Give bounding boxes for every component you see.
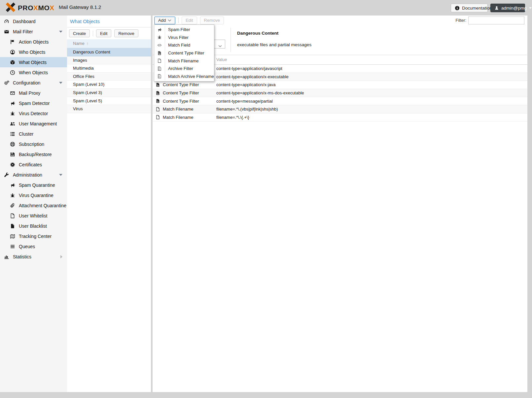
sidebar-item-dashboard[interactable]: Dashboard <box>0 16 67 26</box>
toolbar-separator <box>178 17 179 23</box>
menu-item-spam-filter[interactable]: Spam Filter <box>154 26 214 34</box>
user-menu-label: admin@pmg <box>501 6 527 11</box>
sidebar-item-cluster[interactable]: Cluster <box>0 129 67 139</box>
users-icon <box>9 121 16 126</box>
sidebar-item-virus-detector[interactable]: Virus Detector <box>0 108 67 118</box>
object-row-multimedia[interactable]: Multimedia <box>67 64 151 73</box>
sidebar-item-statistics[interactable]: Statistics <box>0 251 67 262</box>
entry-row[interactable]: Content Type Filter content-type=applica… <box>153 89 527 97</box>
filter-area: Filter: <box>456 17 526 24</box>
bars-icon <box>9 244 16 249</box>
sidebar-item-mail-proxy[interactable]: Mail Proxy <box>0 88 67 98</box>
sidebar-item-user-management[interactable]: User Management <box>0 118 67 129</box>
gears-icon <box>3 80 10 85</box>
menu-item-match-archive-filename[interactable]: Match Archive Filename <box>154 73 214 81</box>
object-row-virus[interactable]: Virus <box>67 105 151 113</box>
remove-button[interactable]: Remove <box>114 29 138 37</box>
name-column-header[interactable]: Name↑ <box>67 39 151 48</box>
mail-icon <box>3 29 10 34</box>
entry-type: Content Type Filter <box>163 82 199 87</box>
sidebar-item-mail-filter[interactable]: Mail Filter <box>0 26 67 37</box>
object-list: Dangerous ContentImagesMultimediaOffice … <box>67 48 151 113</box>
menu-item-label: Match Filename <box>165 57 198 65</box>
sidebar-item-configuration[interactable]: Configuration <box>0 78 67 88</box>
sidebar-item-tracking-center[interactable]: Tracking Center <box>0 231 67 241</box>
menu-item-match-field[interactable]: Match Field <box>154 41 214 49</box>
menu-item-virus-filter[interactable]: Virus Filter <box>154 34 214 42</box>
filter-input[interactable] <box>468 17 524 24</box>
menu-item-label: Content Type Filter <box>165 49 204 57</box>
sidebar-item-label: Mail Proxy <box>19 90 40 96</box>
sidebar-item-who-objects[interactable]: Who Objects <box>0 47 67 57</box>
edit-button[interactable]: Edit <box>96 29 111 37</box>
sidebar-item-what-objects[interactable]: What Objects <box>0 57 67 67</box>
bug-icon <box>154 34 165 42</box>
entry-row[interactable]: Content Type Filter content-type=message… <box>153 97 527 105</box>
documentation-button[interactable]: Documentation <box>451 4 488 12</box>
menu-item-label: Match Field <box>165 41 190 49</box>
object-row-images[interactable]: Images <box>67 56 151 65</box>
bullhorn-icon <box>154 26 165 34</box>
collapse-chevron-icon <box>59 174 62 176</box>
sidebar-item-user-blacklist[interactable]: User Blacklist <box>0 221 67 231</box>
entry-value: content-type=application/x-executable <box>212 73 289 81</box>
app: PROXMOX Mail Gateway 8.1.2 Documentation… <box>0 0 532 398</box>
value-column-header[interactable]: Value <box>216 55 227 64</box>
menu-item-match-filename[interactable]: Match Filename <box>154 57 214 65</box>
object-row-spam-level-5[interactable]: Spam (Level 5) <box>67 97 151 105</box>
sidebar-item-label: Certificates <box>19 162 42 167</box>
file-archive-icon <box>154 65 165 73</box>
sidebar-item-subscription[interactable]: Subscription <box>0 139 67 149</box>
object-description: executable files and partial messages <box>237 42 311 47</box>
sidebar-item-action-objects[interactable]: Action Objects <box>0 37 67 47</box>
object-row-spam-level-10[interactable]: Spam (Level 10) <box>67 81 151 89</box>
entry-value: content-type=application/javascript <box>212 65 282 73</box>
add-button-label: Add <box>158 18 166 23</box>
sidebar-item-backup-restore[interactable]: Backup/Restore <box>0 149 67 159</box>
sidebar-item-label: User Management <box>19 121 57 126</box>
brand-wordmark: PROXMOX <box>18 4 54 12</box>
sidebar-item-attachment-quarantine[interactable]: Attachment Quarantine <box>0 200 67 211</box>
menu-item-label: Virus Filter <box>165 34 189 42</box>
sidebar-item-label: Dashboard <box>13 19 36 24</box>
sidebar-item-label: Virus Detector <box>19 111 48 116</box>
object-row-dangerous-content[interactable]: Dangerous Content <box>67 48 151 56</box>
user-menu-button[interactable]: admin@pmg <box>490 4 525 12</box>
flag-icon <box>9 39 16 45</box>
sidebar-item-virus-quarantine[interactable]: Virus Quarantine <box>0 190 67 200</box>
menu-item-archive-filter[interactable]: Archive Filter <box>154 65 214 73</box>
entry-value: filename=.*\.(vbs|pif|lnk|shs|shb) <box>212 105 278 113</box>
sidebar-item-certificates[interactable]: Certificates <box>0 159 67 170</box>
sidebar-item-user-whitelist[interactable]: User Whitelist <box>0 211 67 221</box>
sidebar-item-label: Statistics <box>13 254 31 259</box>
file-image-icon <box>156 83 160 87</box>
entry-row[interactable]: Match Filename filename=.*\.\{.+\} <box>153 114 527 122</box>
entry-row[interactable]: Content Type Filter content-type=applica… <box>153 81 527 89</box>
sidebar-item-spam-quarantine[interactable]: Spam Quarantine <box>0 180 67 190</box>
sidebar-item-spam-detector[interactable]: Spam Detector <box>0 98 67 108</box>
file-solid-icon <box>9 223 16 229</box>
brand-letter-group: X <box>33 4 38 12</box>
object-row-office-files[interactable]: Office Files <box>67 73 151 81</box>
bullhorn-icon <box>9 182 16 188</box>
collapse-chevron-icon <box>59 31 62 33</box>
sidebar-item-when-objects[interactable]: When Objects <box>0 67 67 78</box>
add-button[interactable]: Add <box>154 17 175 24</box>
create-button[interactable]: Create <box>69 29 90 37</box>
chevron-small-icon <box>218 43 222 49</box>
sidebar-item-label: Tracking Center <box>19 234 52 239</box>
cube-icon <box>9 60 16 65</box>
edit-entry-button[interactable]: Edit <box>182 17 197 24</box>
remove-entry-button[interactable]: Remove <box>200 17 224 24</box>
bullhorn-icon <box>9 101 16 106</box>
entry-row[interactable]: Match Filename filename=.*\.(vbs|pif|lnk… <box>153 105 527 114</box>
sidebar-item-label: Attachment Quarantine <box>19 203 66 208</box>
sidebar-item-administration[interactable]: Administration <box>0 170 67 180</box>
chevron-down-icon <box>529 7 532 9</box>
sidebar-item-label: Virus Quarantine <box>19 193 53 198</box>
file-image-icon <box>154 49 165 57</box>
object-row-spam-level-3[interactable]: Spam (Level 3) <box>67 89 151 97</box>
menu-item-label: Match Archive Filename <box>165 73 214 81</box>
menu-item-content-type-filter[interactable]: Content Type Filter <box>154 49 214 57</box>
sidebar-item-queues[interactable]: Queues <box>0 241 67 251</box>
